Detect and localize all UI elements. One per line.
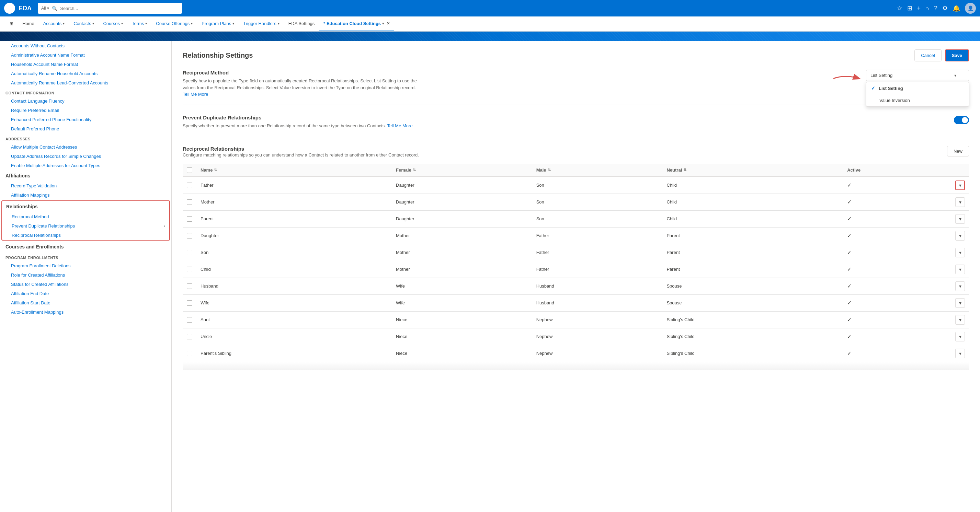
row-checkbox[interactable]	[187, 200, 192, 205]
prevent-duplicate-tell-me-more[interactable]: Tell Me More	[387, 123, 412, 128]
sidebar-group-affiliations[interactable]: Affiliations	[0, 170, 171, 181]
row-action-button[interactable]: ▾	[955, 349, 965, 358]
sort-neutral-icon: ⇅	[683, 168, 686, 172]
sidebar-item-reciprocal-method[interactable]: Reciprocal Method	[2, 212, 169, 221]
row-action-button[interactable]: ▾	[955, 231, 965, 241]
sidebar-item-enable-multiple-addresses-account-types[interactable]: Enable Multiple Addresses for Account Ty…	[0, 161, 171, 170]
dropdown-option-value-inversion[interactable]: Value Inversion	[866, 94, 969, 106]
sidebar-item-status-created-affiliations[interactable]: Status for Created Affiliations	[0, 280, 171, 289]
reciprocal-method-dropdown[interactable]: List Setting ▾	[866, 70, 969, 81]
row-checkbox[interactable]	[187, 233, 192, 238]
sidebar-item-affiliation-mappings[interactable]: Affiliation Mappings	[0, 190, 171, 200]
reciprocal-method-tell-me-more[interactable]: Tell Me More	[183, 92, 208, 97]
row-male: Nephew	[532, 345, 663, 362]
sidebar-item-require-preferred-email[interactable]: Require Preferred Email	[0, 106, 171, 115]
row-checkbox[interactable]	[187, 216, 192, 222]
sidebar-item-admin-account-name-format[interactable]: Administrative Account Name Format	[0, 51, 171, 60]
nav-item-eda-settings[interactable]: EDA Settings	[284, 16, 319, 31]
row-action-button[interactable]: ▾	[955, 332, 965, 341]
nav-item-home-label[interactable]: Home	[18, 16, 38, 31]
add-icon[interactable]: +	[917, 5, 921, 12]
bell-icon[interactable]: 🔔	[953, 5, 960, 12]
row-name: Wife	[196, 295, 392, 311]
row-checkbox[interactable]	[187, 351, 192, 356]
nav-item-terms[interactable]: Terms ▾	[128, 16, 151, 31]
sidebar-item-auto-enrollment-mappings[interactable]: Auto-Enrollment Mappings	[0, 308, 171, 317]
row-action-button[interactable]: ▾	[955, 315, 965, 325]
nav-item-education-cloud-settings[interactable]: * Education Cloud Settings ▾ ✕	[319, 16, 394, 31]
settings-icon[interactable]: ⚙	[942, 5, 948, 12]
cancel-button[interactable]: Cancel	[915, 49, 941, 62]
content-header: Relationship Settings Cancel Save	[183, 49, 969, 62]
reciprocal-method-row: Reciprocal Method Specify how to populat…	[183, 70, 969, 98]
sidebar-item-affiliation-start-date[interactable]: Affiliation Start Date	[0, 298, 171, 308]
row-action-button[interactable]: ▾	[955, 281, 965, 291]
row-checkbox-cell	[183, 210, 196, 227]
help-icon[interactable]: ?	[934, 5, 937, 12]
sidebar-item-prevent-duplicate[interactable]: Prevent Duplicate Relationships ›	[2, 221, 169, 231]
row-checkbox[interactable]	[187, 317, 192, 323]
prevent-duplicate-toggle[interactable]	[954, 116, 969, 124]
col-sort-name[interactable]: Name ⇅	[200, 168, 217, 173]
nav-item-courses[interactable]: Courses ▾	[99, 16, 127, 31]
row-checkbox[interactable]	[187, 182, 192, 188]
sidebar-item-affiliation-end-date[interactable]: Affiliation End Date	[0, 289, 171, 298]
dropdown-option-list-setting[interactable]: ✓ List Setting	[866, 82, 969, 94]
row-action-button[interactable]: ▾	[955, 248, 965, 257]
sidebar-item-role-created-affiliations[interactable]: Role for Created Affiliations	[0, 270, 171, 280]
th-neutral[interactable]: Neutral ⇅	[662, 164, 843, 177]
th-name[interactable]: Name ⇅	[196, 164, 392, 177]
sidebar-item-enhanced-preferred-phone[interactable]: Enhanced Preferred Phone Functionality	[0, 115, 171, 124]
row-action-button[interactable]: ▾	[955, 298, 965, 308]
sidebar-item-program-enrollment-deletions[interactable]: Program Enrollment Deletions	[0, 261, 171, 270]
star-icon[interactable]: ☆	[897, 5, 902, 12]
nav-item-home[interactable]: ⊞	[5, 16, 18, 31]
new-button[interactable]: New	[947, 146, 969, 157]
sidebar-item-accounts-without-contacts[interactable]: Accounts Without Contacts	[0, 41, 171, 51]
sort-name-icon: ⇅	[214, 168, 217, 172]
row-checkbox[interactable]	[187, 250, 192, 255]
search-bar[interactable]: All ▾ 🔍	[38, 3, 182, 14]
search-input[interactable]	[60, 6, 178, 11]
content-area: Relationship Settings Cancel Save Recipr…	[172, 41, 980, 512]
sidebar-group-relationships-header[interactable]: Relationships	[2, 201, 169, 212]
nav-item-contacts[interactable]: Contacts ▾	[69, 16, 98, 31]
sidebar-item-record-type-validation[interactable]: Record Type Validation	[0, 181, 171, 190]
nav-item-course-offerings[interactable]: Course Offerings ▾	[152, 16, 197, 31]
select-all-checkbox[interactable]	[187, 168, 192, 173]
col-sort-neutral[interactable]: Neutral ⇅	[667, 168, 686, 173]
th-male[interactable]: Male ⇅	[532, 164, 663, 177]
th-actions	[951, 164, 969, 177]
row-action-button[interactable]: ▾	[955, 265, 965, 274]
sidebar-item-auto-rename-household[interactable]: Automatically Rename Household Accounts	[0, 69, 171, 78]
close-tab-icon[interactable]: ✕	[387, 21, 390, 26]
sidebar-group-courses-enrollments[interactable]: Courses and Enrollments	[0, 241, 171, 252]
avatar[interactable]: 👤	[965, 3, 976, 14]
nav-item-program-plans[interactable]: Program Plans ▾	[197, 16, 238, 31]
row-action-button[interactable]: ▾	[955, 214, 965, 224]
col-sort-male[interactable]: Male ⇅	[536, 168, 551, 173]
sidebar-item-household-account-name-format[interactable]: Household Account Name Format	[0, 60, 171, 69]
row-action-button[interactable]: ▾	[955, 197, 965, 207]
row-checkbox-cell	[183, 328, 196, 345]
terms-chevron-icon: ▾	[145, 22, 147, 25]
row-checkbox[interactable]	[187, 284, 192, 289]
history-icon[interactable]: ⊞	[907, 5, 912, 12]
alert-icon[interactable]: ⌂	[925, 5, 929, 12]
row-active: ✓	[843, 210, 951, 227]
row-checkbox[interactable]	[187, 334, 192, 339]
sidebar-item-allow-multiple-addresses[interactable]: Allow Multiple Contact Addresses	[0, 143, 171, 152]
row-action-button[interactable]: ▾	[955, 181, 965, 190]
sidebar-item-default-preferred-phone[interactable]: Default Preferred Phone	[0, 124, 171, 133]
sidebar-item-update-address-records[interactable]: Update Address Records for Simple Change…	[0, 152, 171, 161]
sidebar-item-reciprocal-relationships[interactable]: Reciprocal Relationships	[2, 231, 169, 240]
nav-item-accounts[interactable]: Accounts ▾	[39, 16, 69, 31]
th-female[interactable]: Female ⇅	[392, 164, 532, 177]
save-button[interactable]: Save	[945, 49, 969, 62]
row-checkbox[interactable]	[187, 266, 192, 272]
col-sort-female[interactable]: Female ⇅	[396, 168, 416, 173]
row-checkbox[interactable]	[187, 300, 192, 306]
sidebar-item-auto-rename-lead-converted[interactable]: Automatically Rename Lead-Converted Acco…	[0, 78, 171, 87]
nav-item-trigger-handlers[interactable]: Trigger Handlers ▾	[239, 16, 283, 31]
sidebar-item-contact-language-fluency[interactable]: Contact Language Fluency	[0, 97, 171, 106]
